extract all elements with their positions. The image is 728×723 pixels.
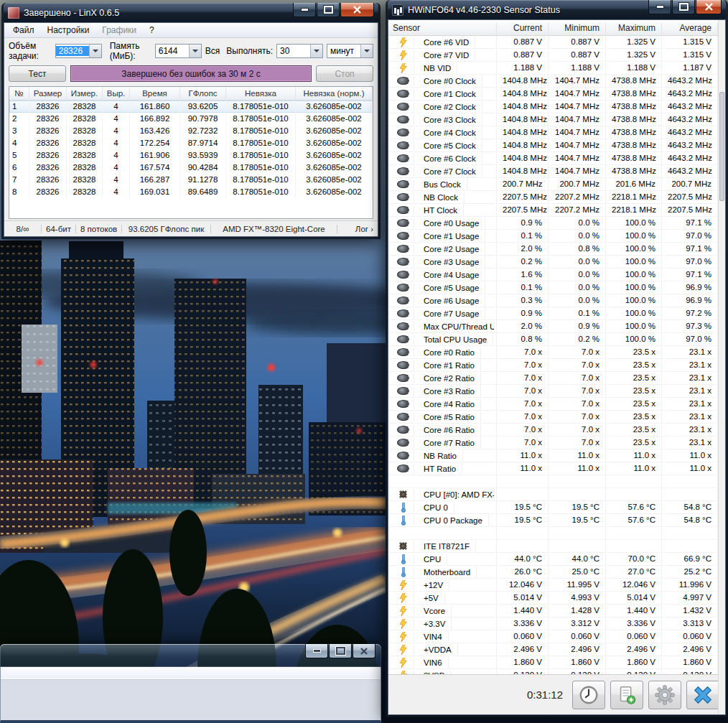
sensor-row[interactable]: Core #2 Ratio7.0 x7.0 x23.5 x23.1 x bbox=[388, 372, 718, 385]
column-header[interactable]: Невязка bbox=[226, 87, 296, 100]
sensor-row[interactable]: Total CPU Usage0.8 %0.2 %100.0 %97.0 % bbox=[388, 333, 718, 346]
column-header[interactable]: Current bbox=[497, 23, 549, 33]
run-duration-combo[interactable]: 30 bbox=[276, 44, 323, 58]
sensor-row[interactable]: Core #4 Ratio7.0 x7.0 x23.5 x23.1 x bbox=[388, 398, 718, 411]
sensor-row[interactable]: VIN40.060 V0.060 V0.060 V0.060 V bbox=[388, 630, 718, 643]
maximize-button[interactable] bbox=[672, 0, 695, 14]
maximize-button[interactable] bbox=[317, 3, 340, 17]
column-header[interactable]: Minimum bbox=[549, 23, 606, 33]
minimize-button[interactable] bbox=[648, 0, 671, 14]
sensor-row[interactable]: 3VSB0.120 V0.120 V0.120 V0.120 V bbox=[388, 669, 718, 674]
sensor-row[interactable]: Bus Clock200.7 MHz200.7 MHz201.6 MHz200.… bbox=[388, 178, 718, 191]
sensor-row[interactable]: Core #6 Usage0.3 %0.0 %100.0 %96.9 % bbox=[388, 294, 718, 307]
sensor-row[interactable]: Core #7 Ratio7.0 x7.0 x23.5 x23.1 x bbox=[388, 437, 718, 449]
background-window-titlebar[interactable] bbox=[0, 644, 381, 667]
chevron-down-icon[interactable] bbox=[89, 45, 101, 57]
column-header[interactable]: Невязка (норм.) bbox=[296, 87, 373, 100]
test-button[interactable]: Тест bbox=[9, 65, 66, 82]
report-button[interactable] bbox=[610, 681, 643, 709]
stop-button[interactable]: Стоп bbox=[316, 65, 373, 82]
run-unit-combo[interactable]: минут bbox=[327, 44, 373, 58]
sensor-row[interactable]: +12V12.046 V11.995 V12.046 V11.996 V bbox=[388, 579, 718, 592]
sensor-row[interactable]: Core #2 Clock1404.8 MHz1404.7 MHz4738.8 … bbox=[388, 101, 718, 113]
sensor-row[interactable]: HT Clock2207.5 MHz2207.2 MHz2218.1 MHz22… bbox=[388, 204, 718, 217]
column-header[interactable]: Время bbox=[130, 87, 180, 100]
sensor-row[interactable]: Core #6 Clock1404.8 MHz1404.7 MHz4738.8 … bbox=[388, 152, 718, 165]
minimize-button[interactable] bbox=[293, 3, 316, 17]
column-header[interactable]: Sensor bbox=[388, 23, 497, 33]
column-header[interactable]: Измер. bbox=[67, 87, 103, 100]
table-row[interactable]: 228326283284166.89290.79788.178051e-0103… bbox=[9, 113, 373, 125]
sensor-row[interactable]: Core #1 Ratio7.0 x7.0 x23.5 x23.1 x bbox=[388, 359, 718, 372]
column-header[interactable]: № bbox=[9, 87, 29, 100]
column-header[interactable]: ГФлопс bbox=[180, 87, 226, 100]
sensor-row[interactable]: Core #1 Clock1404.8 MHz1404.7 MHz4738.8 … bbox=[388, 88, 718, 101]
sensor-row[interactable]: NB VID1.188 V1.188 V1.188 V1.187 V bbox=[388, 62, 718, 75]
maximize-button[interactable] bbox=[329, 644, 352, 658]
close-icon[interactable] bbox=[353, 644, 375, 658]
minimize-button[interactable] bbox=[305, 644, 328, 658]
scrollbar[interactable] bbox=[718, 20, 725, 714]
sensor-row[interactable]: NB Clock2207.5 MHz2207.2 MHz2218.1 MHz22… bbox=[388, 191, 718, 204]
table-row[interactable]: 828326283284169.03189.64898.178051e-0103… bbox=[9, 186, 373, 198]
sensor-row[interactable]: NB Ratio11.0 x11.0 x11.0 x11.0 x bbox=[388, 449, 718, 462]
scrollbar-thumb[interactable] bbox=[719, 92, 724, 201]
sensor-row[interactable]: +VDDA2.496 V2.496 V2.496 V2.496 V bbox=[388, 643, 718, 656]
close-icon[interactable] bbox=[340, 3, 374, 17]
column-header[interactable]: Average bbox=[662, 23, 718, 33]
chevron-down-icon[interactable] bbox=[189, 45, 201, 57]
sensor-row[interactable]: Core #0 Clock1404.8 MHz1404.7 MHz4738.8 … bbox=[388, 75, 718, 88]
sensor-row[interactable]: VIN61.860 V1.860 V1.860 V1.860 V bbox=[388, 656, 718, 669]
sensor-row[interactable]: Core #5 Ratio7.0 x7.0 x23.5 x23.1 x bbox=[388, 411, 718, 424]
task-size-combo[interactable]: 28326 bbox=[55, 44, 102, 58]
sensor-row[interactable]: Vcore1.440 V1.428 V1.440 V1.432 V bbox=[388, 605, 718, 617]
menu-file[interactable]: Файл bbox=[7, 24, 40, 36]
sensor-row[interactable]: Core #7 VID0.887 V0.887 V1.325 V1.315 V bbox=[388, 49, 718, 62]
table-row[interactable]: 628326283284167.57490.42848.178051e-0103… bbox=[9, 162, 373, 174]
sensor-row[interactable]: Core #5 Clock1404.8 MHz1404.7 MHz4738.8 … bbox=[388, 139, 718, 152]
sensor-row[interactable]: Core #5 Usage0.1 %0.0 %100.0 %96.9 % bbox=[388, 281, 718, 294]
linx-titlebar[interactable]: Завершено - LinX 0.6.5 bbox=[4, 3, 378, 22]
sensor-row[interactable]: Core #7 Clock1404.8 MHz1404.7 MHz4738.8 … bbox=[388, 165, 718, 178]
settings-button[interactable] bbox=[648, 681, 681, 709]
sensor-row[interactable]: Core #3 Ratio7.0 x7.0 x23.5 x23.1 x bbox=[388, 385, 718, 398]
sensor-row[interactable]: +5V5.014 V4.993 V5.014 V4.997 V bbox=[388, 592, 718, 605]
sensor-group-header[interactable]: CPU [#0]: AMD FX-… bbox=[388, 488, 718, 501]
menu-graphs[interactable]: Графики bbox=[96, 24, 142, 36]
sensor-row[interactable]: Core #3 Clock1404.8 MHz1404.7 MHz4738.8 … bbox=[388, 113, 718, 126]
sensor-row[interactable]: Core #6 VID0.887 V0.887 V1.325 V1.315 V bbox=[388, 36, 718, 49]
column-header[interactable]: Maximum bbox=[606, 23, 662, 33]
table-row[interactable]: 528326283284161.90693.59398.178051e-0103… bbox=[9, 149, 373, 162]
sensor-row[interactable]: Core #0 Usage0.9 %0.0 %100.0 %97.1 % bbox=[388, 217, 718, 230]
sensor-row[interactable]: CPU 019.5 °C19.5 °C57.6 °C54.8 °C bbox=[388, 501, 718, 514]
sensor-row[interactable]: HT Ratio11.0 x11.0 x11.0 x11.0 x bbox=[388, 462, 718, 475]
table-row[interactable]: 128326283284161.86093.62058.178051e-0103… bbox=[9, 101, 373, 113]
sensor-row[interactable]: +3.3V3.336 V3.312 V3.336 V3.313 V bbox=[388, 617, 718, 630]
sensor-row[interactable]: Core #4 Usage1.6 %0.0 %100.0 %97.1 % bbox=[388, 269, 718, 281]
sensor-row[interactable]: CPU 0 Package19.5 °C19.5 °C57.6 °C54.8 °… bbox=[388, 514, 718, 527]
sensor-row[interactable]: Core #4 Clock1404.8 MHz1404.7 MHz4738.8 … bbox=[388, 126, 718, 139]
sensor-row[interactable]: CPU44.0 °C44.0 °C70.0 °C66.9 °C bbox=[388, 553, 718, 566]
sensor-row[interactable]: Core #7 Usage0.9 %0.1 %100.0 %97.2 % bbox=[388, 307, 718, 320]
sensor-row[interactable]: Motherboard26.0 °C25.0 °C27.0 °C25.2 °C bbox=[388, 566, 718, 579]
table-row[interactable]: 428326283284172.25487.97148.178051e-0103… bbox=[9, 137, 373, 149]
column-header[interactable]: Выр. bbox=[103, 87, 130, 100]
sensor-row[interactable]: Core #1 Usage0.1 %0.0 %100.0 %97.0 % bbox=[388, 230, 718, 243]
sensor-row[interactable]: Max CPU/Thread U…2.0 %0.9 %100.0 %97.3 % bbox=[388, 320, 718, 333]
sensor-row[interactable]: Core #0 Ratio7.0 x7.0 x23.5 x23.1 x bbox=[388, 346, 718, 359]
sensor-row[interactable]: Core #2 Usage2.0 %0.8 %100.0 %97.1 % bbox=[388, 243, 718, 256]
close-icon[interactable] bbox=[696, 0, 722, 14]
menu-help[interactable]: ? bbox=[144, 24, 160, 36]
column-header[interactable]: Размер bbox=[29, 87, 67, 100]
table-row[interactable]: 328326283284163.42692.72328.178051e-0103… bbox=[9, 125, 373, 137]
close-sensors-button[interactable] bbox=[686, 681, 719, 709]
background-window[interactable] bbox=[0, 644, 381, 723]
sensor-row[interactable]: Core #3 Usage0.2 %0.0 %100.0 %97.0 % bbox=[388, 256, 718, 269]
menu-settings[interactable]: Настройки bbox=[42, 24, 95, 36]
sensor-group-header[interactable]: ITE IT8721F bbox=[388, 540, 718, 553]
table-row[interactable]: 728326283284166.28791.12788.178051e-0103… bbox=[9, 174, 373, 186]
clock-button[interactable] bbox=[572, 681, 605, 709]
status-log-link[interactable]: Лог › bbox=[337, 225, 378, 233]
chevron-down-icon[interactable] bbox=[310, 45, 322, 57]
sensor-row[interactable]: Core #6 Ratio7.0 x7.0 x23.5 x23.1 x bbox=[388, 424, 718, 437]
